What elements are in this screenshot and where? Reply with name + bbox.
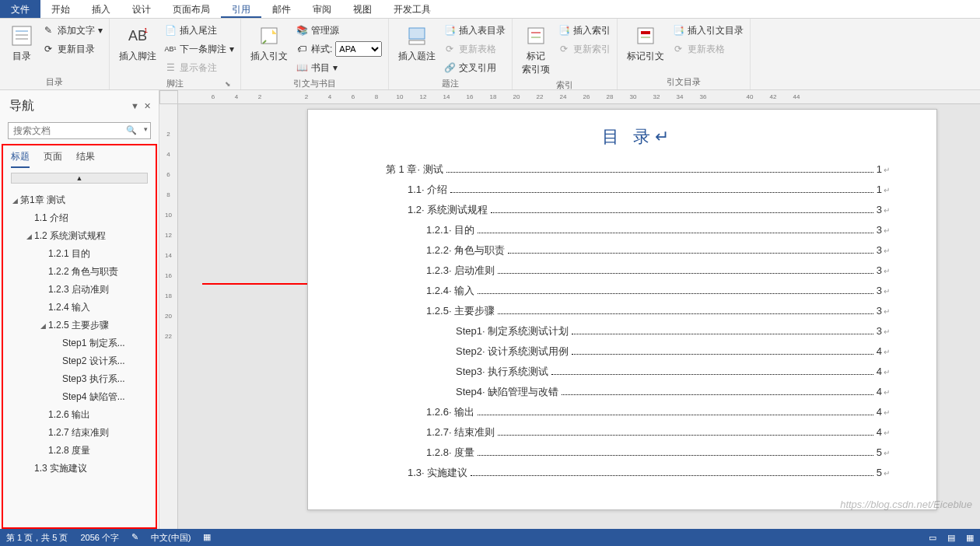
nav-heading-item[interactable]: ◢1.2.5 主要步骤 [5,317,154,334]
tab-design[interactable]: 设计 [121,0,162,18]
search-options-icon[interactable]: ▾ [144,125,148,133]
toc-entry[interactable]: Step4· 缺陷管理与改错4↵ [386,385,890,399]
toc-entry[interactable]: 1.2.4· 输入3↵ [386,284,890,298]
toc-leader-dots [508,253,873,254]
toc-entry[interactable]: Step1· 制定系统测试计划3↵ [386,324,890,338]
toc-leader-dots [491,212,873,213]
bibliography-icon: 📖 [296,61,308,74]
nav-tab-pages[interactable]: 页面 [44,150,62,168]
tab-review[interactable]: 审阅 [302,0,342,18]
tab-developer[interactable]: 开发工具 [383,0,442,18]
toc-entry[interactable]: 1.3· 实施建议5↵ [386,466,890,480]
nav-heading-item[interactable]: 1.2.2 角色与职责 [5,263,154,281]
update-table-button[interactable]: ⟳更新表格 [443,40,506,58]
expand-icon[interactable]: ◢ [40,322,48,330]
toc-entry[interactable]: 1.2.8· 度量5↵ [386,446,890,460]
expand-icon[interactable]: ◢ [12,197,20,205]
nav-heading-item[interactable]: 1.2.7 结束准则 [5,424,154,442]
nav-heading-item[interactable]: Step1 制定系... [5,334,154,352]
horizontal-ruler[interactable]: 6422468101214161820222426283032343640424… [178,90,980,104]
tab-file[interactable]: 文件 [0,0,40,18]
toc-title: 目 录↵ [386,125,890,149]
insert-endnote-button[interactable]: 📄插入尾注 [164,22,234,39]
footnotes-dialog-launcher[interactable]: ⬊ [223,80,233,89]
nav-item-label: 1.1 介绍 [34,212,68,225]
tab-layout[interactable]: 页面布局 [162,0,221,18]
nav-tab-headings[interactable]: 标题 [11,150,30,168]
tab-home[interactable]: 开始 [40,0,81,18]
add-text-button[interactable]: ✎添加文字 ▾ [42,22,103,39]
nav-heading-item[interactable]: ◢1.2 系统测试规程 [5,227,154,245]
nav-heading-item[interactable]: 1.1 介绍 [5,209,154,227]
status-page[interactable]: 第 1 页，共 5 页 [6,532,68,544]
update-index-button[interactable]: ⟳更新索引 [558,40,611,58]
nav-dropdown-icon[interactable]: ▼ [131,101,139,111]
cross-reference-button[interactable]: 🔗交叉引用 [443,59,506,76]
insert-index-button[interactable]: 📑插入索引 [558,22,611,39]
toc-entry[interactable]: 1.2· 系统测试规程3↵ [386,203,890,217]
citation-style-select[interactable]: APA [335,41,382,57]
insert-table-of-figures-button[interactable]: 📑插入表目录 [443,22,506,39]
toc-entry[interactable]: 1.2.2· 角色与职责3↵ [386,243,890,257]
nav-heading-item[interactable]: Step3 执行系... [5,370,154,388]
update-toa-button[interactable]: ⟳更新表格 [672,40,744,58]
tab-insert[interactable]: 插入 [81,0,121,18]
toc-entry-label: 1.2.6· 输出 [426,405,474,419]
tab-view[interactable]: 视图 [342,0,383,18]
insert-footnote-button[interactable]: AB1 插入脚注 [116,22,159,76]
nav-heading-item[interactable]: Step4 缺陷管... [5,388,154,406]
tab-mailings[interactable]: 邮件 [261,0,302,18]
status-proof-icon[interactable]: ✎ [131,532,138,544]
nav-item-label: 第1章 测试 [20,194,65,207]
toc-entry-page: 3 [877,325,882,337]
nav-heading-item[interactable]: 1.3 实施建议 [5,460,154,478]
toc-entry[interactable]: 1.1· 介绍1↵ [386,183,890,197]
toc-entry[interactable]: 第 1 章· 测试1↵ [386,163,890,177]
nav-heading-item[interactable]: Step2 设计系... [5,352,154,370]
toc-entry[interactable]: 1.2.6· 输出4↵ [386,405,890,419]
bibliography-button[interactable]: 📖书目 ▾ [296,59,382,76]
expand-icon[interactable]: ◢ [26,233,34,240]
nav-item-label: Step4 缺陷管... [62,390,125,404]
view-read-icon[interactable]: ▭ [929,533,936,543]
nav-tab-results[interactable]: 结果 [76,150,95,168]
update-toc-button[interactable]: ⟳更新目录 [42,40,103,58]
insert-citation-button[interactable]: 插入引文 [247,22,291,76]
nav-heading-item[interactable]: 1.2.1 目的 [5,245,154,263]
tab-references[interactable]: 引用 [221,0,261,18]
view-web-icon[interactable]: ▦ [966,533,974,543]
mark-citation-button[interactable]: 标记引文 [624,22,667,75]
toc-entry[interactable]: 1.2.3· 启动准则3↵ [386,264,890,278]
toc-entry[interactable]: 1.2.5· 主要步骤3↵ [386,304,890,318]
nav-heading-item[interactable]: 1.2.4 输入 [5,299,154,317]
document-page[interactable]: 目 录↵ 第 1 章· 测试1↵1.1· 介绍1↵1.2· 系统测试规程3↵1.… [307,109,937,510]
toc-entry-label: 1.2.5· 主要步骤 [426,304,495,318]
manage-sources-button[interactable]: 📚管理源 [296,22,382,39]
nav-heading-item[interactable]: ◢第1章 测试 [5,191,154,209]
view-print-icon[interactable]: ▤ [947,533,955,543]
group-captions: 插入题注 📑插入表目录 ⟳更新表格 🔗交叉引用 题注 [389,19,513,89]
nav-close-icon[interactable]: ✕ [144,101,151,111]
toc-entry[interactable]: Step2· 设计系统测试用例4↵ [386,345,890,359]
toc-entry[interactable]: 1.2.7· 结束准则4↵ [386,425,890,439]
toc-button[interactable]: 目录 [6,22,37,75]
toc-entry-page: 3 [877,204,882,215]
vertical-ruler[interactable]: 246810121416182022 [159,104,178,529]
insert-caption-button[interactable]: 插入题注 [395,22,439,76]
show-notes-button[interactable]: ☰显示备注 [164,59,234,76]
nav-heading-item[interactable]: 1.2.6 输出 [5,406,154,424]
toc-entry[interactable]: 1.2.1· 目的3↵ [386,223,890,237]
nav-heading-item[interactable]: 1.2.3 启动准则 [5,281,154,299]
nav-heading-item[interactable]: 1.2.8 度量 [5,442,154,460]
next-footnote-button[interactable]: AB¹下一条脚注 ▾ [164,40,234,58]
status-macro-icon[interactable]: ▦ [203,532,211,544]
mark-entry-button[interactable]: 标记 索引项 [519,22,553,78]
toc-entry[interactable]: Step3· 执行系统测试4↵ [386,365,890,379]
nav-collapse-bar[interactable]: ▲ [11,173,148,184]
status-lang[interactable]: 中文(中国) [151,532,191,544]
nav-tabs: 标题 页面 结果 [3,145,156,168]
status-words[interactable]: 2056 个字 [80,532,119,544]
group-index-label: 索引 [519,78,611,91]
insert-toa-button[interactable]: 📑插入引文目录 [672,22,744,39]
search-icon[interactable]: 🔍 [126,125,137,135]
